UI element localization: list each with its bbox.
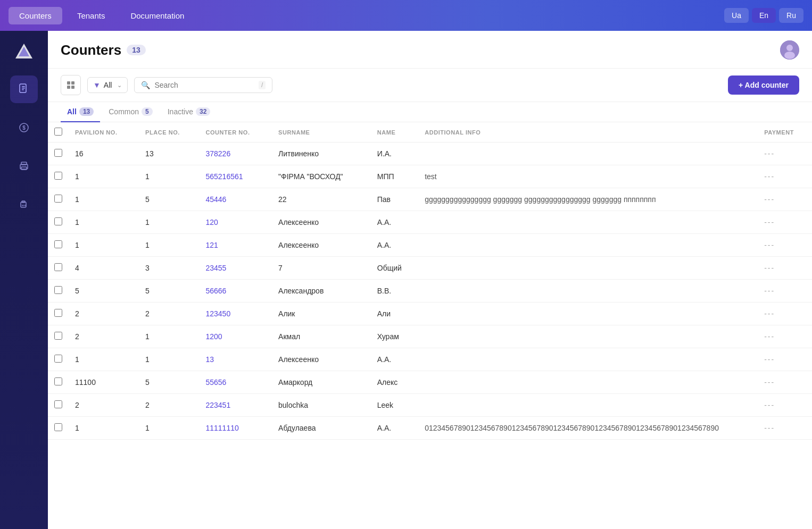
row-checkbox[interactable]	[54, 377, 62, 385]
row-checkbox[interactable]	[54, 195, 62, 203]
row-checkbox[interactable]	[54, 149, 62, 157]
cell-additional-info: 0123456789012345678901234567890123456789…	[418, 417, 758, 440]
cell-name: А.А.	[371, 417, 418, 440]
svg-rect-22	[71, 86, 74, 89]
tab-inactive[interactable]: Inactive32	[161, 102, 217, 122]
sidebar-item-printer[interactable]	[10, 152, 38, 180]
counter-link[interactable]: 121	[205, 241, 218, 249]
cell-surname: Алик	[272, 303, 371, 325]
col-header-payment: PAYMENT	[758, 122, 812, 142]
counter-link[interactable]: 123450	[205, 309, 230, 318]
counter-link[interactable]: 56666	[205, 287, 226, 295]
cell-counter-no[interactable]: 121	[199, 234, 272, 257]
table-row: 11100555656АмаркордАлекс---	[48, 371, 812, 394]
nav-tab-counters[interactable]: Counters	[9, 7, 62, 24]
sidebar-item-documents[interactable]	[10, 75, 38, 103]
cell-surname: "ФІРМА "ВОСХОД"	[272, 165, 371, 188]
cell-pavilion-no: 16	[69, 142, 139, 165]
row-checkbox[interactable]	[54, 263, 62, 271]
cell-payment: ---	[758, 188, 812, 211]
cell-additional-info	[418, 371, 758, 394]
row-checkbox[interactable]	[54, 332, 62, 340]
add-counter-button[interactable]: + Add counter	[728, 75, 799, 95]
table-row: 22223451bulochkaLeek---	[48, 394, 812, 417]
cell-pavilion-no: 1	[69, 188, 139, 211]
page-count-badge: 13	[127, 45, 146, 55]
search-input[interactable]	[154, 81, 254, 89]
counter-link[interactable]: 565216561	[205, 172, 243, 181]
row-checkbox-cell	[48, 234, 69, 257]
cell-place-no: 13	[139, 142, 199, 165]
cell-name: И.А.	[371, 142, 418, 165]
counter-link[interactable]: 1200	[205, 332, 222, 341]
cell-surname: Алексеенко	[272, 211, 371, 234]
row-checkbox[interactable]	[54, 172, 62, 180]
cell-payment: ---	[758, 417, 812, 440]
col-header-pavilion_no: PAVILION NO.	[69, 122, 139, 142]
cell-counter-no[interactable]: 56666	[199, 280, 272, 303]
grid-toggle-button[interactable]	[61, 75, 81, 95]
tab-all[interactable]: All13	[61, 102, 100, 122]
cell-payment: ---	[758, 303, 812, 325]
cell-payment: ---	[758, 371, 812, 394]
row-checkbox[interactable]	[54, 400, 62, 408]
counter-link[interactable]: 378226	[205, 149, 230, 158]
cell-counter-no[interactable]: 223451	[199, 394, 272, 417]
nav-tab-tenants[interactable]: Tenants	[67, 7, 116, 24]
row-checkbox[interactable]	[54, 355, 62, 363]
row-checkbox[interactable]	[54, 286, 62, 294]
select-all-checkbox[interactable]	[54, 128, 62, 136]
counter-link[interactable]: 11111110	[205, 424, 238, 432]
filter-dropdown[interactable]: ▼ All ⌄	[87, 77, 128, 93]
tab-badge: 32	[196, 107, 210, 116]
cell-additional-info: gggggggggggggggg ggggggg ggggggggggggggg…	[418, 188, 758, 211]
lang-btn-ua[interactable]: Ua	[724, 8, 749, 23]
counter-link[interactable]: 223451	[205, 401, 230, 409]
counter-link[interactable]: 120	[205, 218, 218, 226]
row-checkbox[interactable]	[54, 240, 62, 248]
lang-btn-en[interactable]: En	[752, 8, 776, 23]
cell-place-no: 1	[139, 417, 199, 440]
filter-label: All	[104, 81, 112, 89]
sidebar-item-money[interactable]: $	[10, 114, 38, 141]
row-checkbox[interactable]	[54, 217, 62, 225]
cell-additional-info	[418, 348, 758, 371]
cell-counter-no[interactable]: 1200	[199, 325, 272, 348]
cell-counter-no[interactable]: 123450	[199, 303, 272, 325]
row-checkbox-cell	[48, 280, 69, 303]
col-header-name: NAME	[371, 122, 418, 142]
counter-link[interactable]: 13	[205, 355, 214, 364]
sidebar-item-cups[interactable]	[10, 190, 38, 218]
cell-payment: ---	[758, 142, 812, 165]
cell-counter-no[interactable]: 45446	[199, 188, 272, 211]
cell-surname: Амаркорд	[272, 371, 371, 394]
cell-counter-no[interactable]: 565216561	[199, 165, 272, 188]
cell-place-no: 1	[139, 325, 199, 348]
cell-counter-no[interactable]: 11111110	[199, 417, 272, 440]
table-row: 1613378226ЛитвиненкоИ.А.---	[48, 142, 812, 165]
page-header: Counters 13	[48, 31, 812, 69]
table-row: 5556666АлександровВ.В.---	[48, 280, 812, 303]
cell-counter-no[interactable]: 13	[199, 348, 272, 371]
row-checkbox-cell	[48, 211, 69, 234]
cell-pavilion-no: 11100	[69, 371, 139, 394]
counter-link[interactable]: 45446	[205, 195, 226, 204]
cell-counter-no[interactable]: 23455	[199, 257, 272, 280]
avatar[interactable]	[780, 40, 799, 60]
cell-counter-no[interactable]: 378226	[199, 142, 272, 165]
counter-link[interactable]: 23455	[205, 264, 226, 272]
counter-link[interactable]: 55656	[205, 378, 226, 387]
row-checkbox[interactable]	[54, 309, 62, 317]
cell-surname: Алексеенко	[272, 234, 371, 257]
tab-common[interactable]: Common5	[102, 102, 159, 122]
table-row: 11120АлексеенкоА.А.---	[48, 211, 812, 234]
content-area: Counters 13 ▼	[48, 31, 812, 529]
nav-tab-documentation[interactable]: Documentation	[120, 7, 195, 24]
table-row: 43234557Общий---	[48, 257, 812, 280]
chevron-down-icon: ⌄	[117, 82, 122, 89]
cell-name: Али	[371, 303, 418, 325]
lang-btn-ru[interactable]: Ru	[779, 8, 803, 23]
cell-counter-no[interactable]: 55656	[199, 371, 272, 394]
row-checkbox[interactable]	[54, 423, 62, 431]
cell-counter-no[interactable]: 120	[199, 211, 272, 234]
